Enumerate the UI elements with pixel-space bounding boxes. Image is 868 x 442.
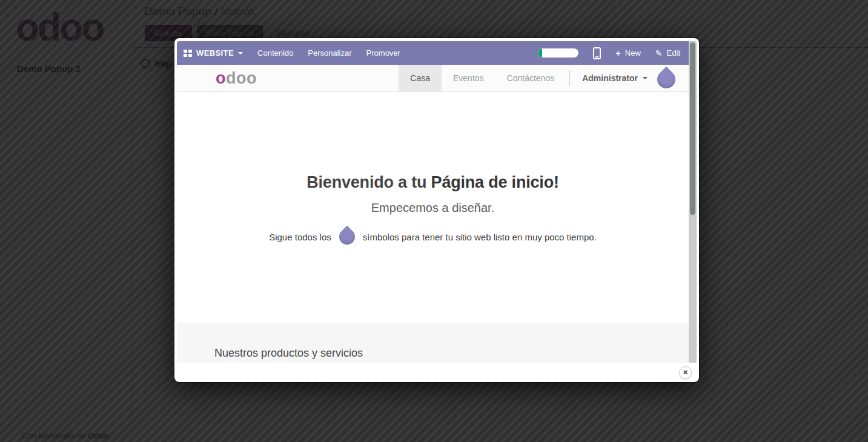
apps-grid-icon bbox=[184, 50, 192, 57]
edit-button[interactable]: ✎ Edit bbox=[655, 48, 680, 58]
nav-link-contact[interactable]: Contáctenos bbox=[495, 65, 566, 91]
preview-scrollbar[interactable] bbox=[689, 41, 697, 363]
menu-item-personalizar[interactable]: Personalizar bbox=[308, 48, 351, 58]
tutorial-drop-icon[interactable] bbox=[654, 67, 679, 92]
site-logo[interactable]: odoo bbox=[216, 69, 257, 88]
site-logo-rest: doo bbox=[226, 69, 257, 87]
nav-divider bbox=[569, 70, 570, 86]
tutorial-drop-icon[interactable] bbox=[336, 226, 358, 248]
progress-fill bbox=[538, 48, 542, 58]
chevron-down-icon bbox=[643, 77, 648, 79]
site-logo-first-letter: o bbox=[216, 69, 226, 87]
hero-title-suffix: ! bbox=[554, 173, 559, 191]
close-icon: ✕ bbox=[683, 369, 688, 377]
dialog-footer: ✕ bbox=[174, 365, 699, 382]
homepage-hero: Bienvenido a tu Página de inicio! Empece… bbox=[177, 92, 689, 323]
pencil-icon: ✎ bbox=[655, 49, 663, 58]
user-menu-label: Administrator bbox=[582, 73, 638, 83]
hero-subtitle: Empecemos a diseñar. bbox=[177, 201, 689, 215]
nav-link-events[interactable]: Eventos bbox=[442, 65, 495, 91]
new-button-label: New bbox=[625, 48, 641, 58]
nav-link-home[interactable]: Casa bbox=[399, 65, 442, 91]
edit-button-label: Edit bbox=[667, 48, 680, 58]
menu-item-promover[interactable]: Promover bbox=[366, 48, 400, 58]
website-menu-label: WEBSITE bbox=[196, 48, 234, 58]
mobile-preview-icon[interactable] bbox=[593, 47, 601, 59]
close-button[interactable]: ✕ bbox=[679, 366, 692, 379]
menu-item-contenido[interactable]: Contenido bbox=[257, 48, 293, 58]
site-navbar: odoo Casa Eventos Contáctenos Administra… bbox=[177, 65, 689, 92]
user-menu[interactable]: Administrator bbox=[574, 65, 656, 91]
hero-title-prefix: Bienvenido a tu bbox=[306, 173, 431, 191]
hint-text-after: símbolos para tener tu sitio web listo e… bbox=[363, 232, 597, 242]
chevron-down-icon bbox=[238, 52, 243, 54]
site-nav-items: Casa Eventos Contáctenos Administrator bbox=[399, 65, 689, 91]
website-menu[interactable]: WEBSITE bbox=[196, 48, 243, 58]
hero-hint-row: Sigue todos los símbolos para tener tu s… bbox=[177, 229, 689, 245]
scrollbar-thumb[interactable] bbox=[690, 42, 695, 215]
website-admin-toolbar: WEBSITE Contenido Personalizar Promover … bbox=[177, 41, 689, 65]
website-preview-dialog: WEBSITE Contenido Personalizar Promover … bbox=[174, 38, 699, 382]
screen: odoo Demo Popup / Nuevo Guardar Show Pop… bbox=[0, 0, 868, 442]
toolbar-right-group: + New ✎ Edit bbox=[538, 47, 680, 59]
hero-title: Bienvenido a tu Página de inicio! bbox=[177, 173, 689, 192]
website-frame: WEBSITE Contenido Personalizar Promover … bbox=[177, 41, 689, 363]
products-section: Nuestros productos y servicios bbox=[177, 323, 689, 363]
hero-title-bold: Página de inicio bbox=[431, 173, 554, 191]
products-section-heading: Nuestros productos y servicios bbox=[214, 347, 689, 360]
preview-viewport: WEBSITE Contenido Personalizar Promover … bbox=[177, 41, 697, 363]
hint-text-before: Sigue todos los bbox=[269, 232, 331, 242]
plus-icon: + bbox=[615, 48, 621, 58]
new-page-button[interactable]: + New bbox=[615, 48, 641, 58]
tutorial-progress-bar[interactable] bbox=[538, 48, 578, 58]
